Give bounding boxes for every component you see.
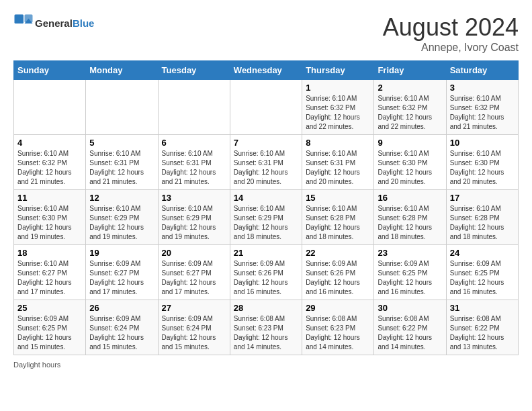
day-number: 3 [450,83,515,93]
day-cell: 12Sunrise: 6:10 AM Sunset: 6:29 PM Dayli… [86,190,158,245]
location: Annepe, Ivory Coast [383,42,519,54]
day-cell [14,80,86,135]
day-cell: 4Sunrise: 6:10 AM Sunset: 6:32 PM Daylig… [14,135,86,190]
week-row-2: 4Sunrise: 6:10 AM Sunset: 6:32 PM Daylig… [14,135,519,190]
logo-icon [13,13,34,34]
day-cell: 7Sunrise: 6:10 AM Sunset: 6:31 PM Daylig… [230,135,302,190]
day-number: 1 [306,83,370,93]
logo-general: General [35,17,73,29]
day-cell: 22Sunrise: 6:09 AM Sunset: 6:26 PM Dayli… [302,245,374,300]
day-cell: 14Sunrise: 6:10 AM Sunset: 6:29 PM Dayli… [230,190,302,245]
day-number: 13 [162,193,226,203]
day-number: 16 [378,193,442,203]
weekday-header-tuesday: Tuesday [158,61,230,80]
day-number: 11 [17,193,82,203]
day-info: Sunrise: 6:09 AM Sunset: 6:24 PM Dayligh… [89,314,154,352]
weekday-header-wednesday: Wednesday [230,61,302,80]
day-cell: 17Sunrise: 6:10 AM Sunset: 6:28 PM Dayli… [446,190,518,245]
day-info: Sunrise: 6:10 AM Sunset: 6:31 PM Dayligh… [306,149,370,187]
day-number: 26 [89,303,154,313]
day-cell: 31Sunrise: 6:08 AM Sunset: 6:22 PM Dayli… [446,300,518,355]
day-info: Sunrise: 6:09 AM Sunset: 6:24 PM Dayligh… [162,314,226,352]
day-number: 7 [234,138,298,148]
day-cell: 8Sunrise: 6:10 AM Sunset: 6:31 PM Daylig… [302,135,374,190]
day-info: Sunrise: 6:08 AM Sunset: 6:23 PM Dayligh… [234,314,298,352]
svg-rect-0 [15,15,24,24]
day-info: Sunrise: 6:10 AM Sunset: 6:31 PM Dayligh… [162,149,226,187]
day-number: 25 [17,303,82,313]
week-row-1: 1Sunrise: 6:10 AM Sunset: 6:32 PM Daylig… [14,80,519,135]
day-info: Sunrise: 6:10 AM Sunset: 6:30 PM Dayligh… [378,149,442,187]
day-cell: 23Sunrise: 6:09 AM Sunset: 6:25 PM Dayli… [374,245,446,300]
day-number: 15 [306,193,370,203]
day-cell [158,80,230,135]
day-info: Sunrise: 6:10 AM Sunset: 6:32 PM Dayligh… [17,149,82,187]
header-row: SundayMondayTuesdayWednesdayThursdayFrid… [14,61,519,80]
day-number: 27 [162,303,226,313]
day-info: Sunrise: 6:10 AM Sunset: 6:31 PM Dayligh… [234,149,298,187]
day-number: 22 [306,248,370,258]
day-cell: 18Sunrise: 6:10 AM Sunset: 6:27 PM Dayli… [14,245,86,300]
day-number: 23 [378,248,442,258]
day-number: 12 [89,193,154,203]
day-cell: 19Sunrise: 6:09 AM Sunset: 6:27 PM Dayli… [86,245,158,300]
day-cell: 15Sunrise: 6:10 AM Sunset: 6:28 PM Dayli… [302,190,374,245]
day-info: Sunrise: 6:10 AM Sunset: 6:31 PM Dayligh… [89,149,154,187]
day-number: 10 [450,138,515,148]
day-cell: 5Sunrise: 6:10 AM Sunset: 6:31 PM Daylig… [86,135,158,190]
day-info: Sunrise: 6:09 AM Sunset: 6:26 PM Dayligh… [234,259,298,297]
day-cell: 26Sunrise: 6:09 AM Sunset: 6:24 PM Dayli… [86,300,158,355]
day-info: Sunrise: 6:09 AM Sunset: 6:27 PM Dayligh… [89,259,154,297]
day-info: Sunrise: 6:08 AM Sunset: 6:23 PM Dayligh… [306,314,370,352]
page-header: GeneralBlue August 2024 Annepe, Ivory Co… [13,13,519,54]
day-info: Sunrise: 6:10 AM Sunset: 6:29 PM Dayligh… [162,204,226,242]
day-number: 9 [378,138,442,148]
weekday-header-saturday: Saturday [446,61,518,80]
day-number: 8 [306,138,370,148]
day-cell: 2Sunrise: 6:10 AM Sunset: 6:32 PM Daylig… [374,80,446,135]
day-number: 24 [450,248,515,258]
day-info: Sunrise: 6:10 AM Sunset: 6:32 PM Dayligh… [378,94,442,132]
day-info: Sunrise: 6:10 AM Sunset: 6:30 PM Dayligh… [17,204,82,242]
week-row-5: 25Sunrise: 6:09 AM Sunset: 6:25 PM Dayli… [14,300,519,355]
day-info: Sunrise: 6:10 AM Sunset: 6:29 PM Dayligh… [89,204,154,242]
day-number: 14 [234,193,298,203]
day-cell: 9Sunrise: 6:10 AM Sunset: 6:30 PM Daylig… [374,135,446,190]
day-cell: 3Sunrise: 6:10 AM Sunset: 6:32 PM Daylig… [446,80,518,135]
day-info: Sunrise: 6:10 AM Sunset: 6:28 PM Dayligh… [450,204,515,242]
day-number: 30 [378,303,442,313]
day-info: Sunrise: 6:09 AM Sunset: 6:27 PM Dayligh… [162,259,226,297]
day-info: Sunrise: 6:08 AM Sunset: 6:22 PM Dayligh… [378,314,442,352]
day-cell [230,80,302,135]
day-number: 21 [234,248,298,258]
day-info: Sunrise: 6:10 AM Sunset: 6:32 PM Dayligh… [306,94,370,132]
weekday-header-friday: Friday [374,61,446,80]
day-info: Sunrise: 6:10 AM Sunset: 6:29 PM Dayligh… [234,204,298,242]
day-info: Sunrise: 6:10 AM Sunset: 6:27 PM Dayligh… [17,259,82,297]
day-number: 2 [378,83,442,93]
day-info: Sunrise: 6:09 AM Sunset: 6:25 PM Dayligh… [378,259,442,297]
day-info: Sunrise: 6:08 AM Sunset: 6:22 PM Dayligh… [450,314,515,352]
day-number: 5 [89,138,154,148]
day-cell: 30Sunrise: 6:08 AM Sunset: 6:22 PM Dayli… [374,300,446,355]
day-cell: 21Sunrise: 6:09 AM Sunset: 6:26 PM Dayli… [230,245,302,300]
day-number: 20 [162,248,226,258]
day-number: 31 [450,303,515,313]
day-cell: 6Sunrise: 6:10 AM Sunset: 6:31 PM Daylig… [158,135,230,190]
day-cell: 29Sunrise: 6:08 AM Sunset: 6:23 PM Dayli… [302,300,374,355]
day-cell: 1Sunrise: 6:10 AM Sunset: 6:32 PM Daylig… [302,80,374,135]
week-row-4: 18Sunrise: 6:10 AM Sunset: 6:27 PM Dayli… [14,245,519,300]
day-number: 28 [234,303,298,313]
day-cell: 16Sunrise: 6:10 AM Sunset: 6:28 PM Dayli… [374,190,446,245]
weekday-header-sunday: Sunday [14,61,86,80]
day-info: Sunrise: 6:10 AM Sunset: 6:32 PM Dayligh… [450,94,515,132]
day-cell: 10Sunrise: 6:10 AM Sunset: 6:30 PM Dayli… [446,135,518,190]
day-info: Sunrise: 6:10 AM Sunset: 6:28 PM Dayligh… [306,204,370,242]
day-number: 4 [17,138,82,148]
title-block: August 2024 Annepe, Ivory Coast [383,13,519,54]
day-cell: 25Sunrise: 6:09 AM Sunset: 6:25 PM Dayli… [14,300,86,355]
day-cell: 20Sunrise: 6:09 AM Sunset: 6:27 PM Dayli… [158,245,230,300]
day-info: Sunrise: 6:10 AM Sunset: 6:30 PM Dayligh… [450,149,515,187]
day-cell [86,80,158,135]
day-cell: 13Sunrise: 6:10 AM Sunset: 6:29 PM Dayli… [158,190,230,245]
